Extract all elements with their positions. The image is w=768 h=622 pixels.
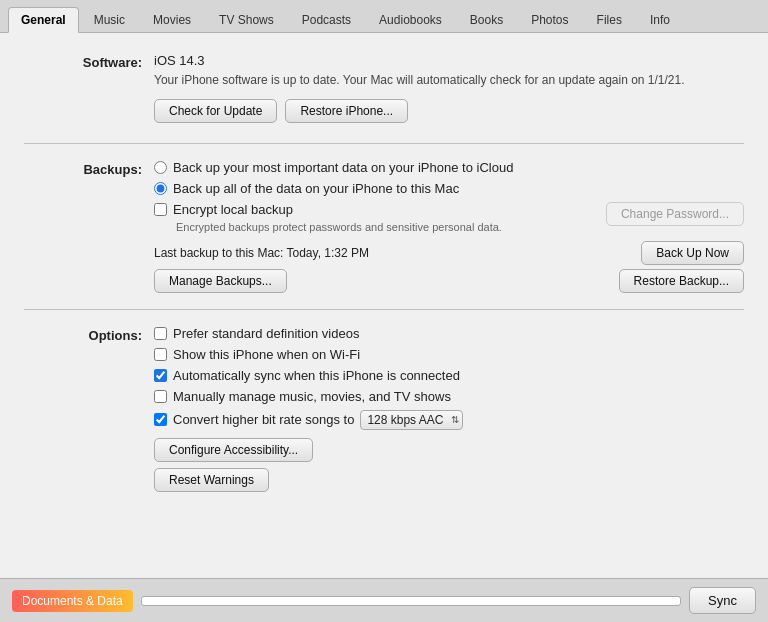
software-version: iOS 14.3 bbox=[154, 53, 744, 68]
reset-warnings-button[interactable]: Reset Warnings bbox=[154, 468, 269, 492]
manually-manage-row: Manually manage music, movies, and TV sh… bbox=[154, 389, 744, 404]
backup-lower-row: Manage Backups... Restore Backup... bbox=[154, 269, 744, 293]
software-label: Software: bbox=[24, 53, 154, 127]
restore-backup-button[interactable]: Restore Backup... bbox=[619, 269, 744, 293]
documents-badge: Documents & Data bbox=[12, 590, 133, 612]
options-section: Options: Prefer standard definition vide… bbox=[24, 326, 744, 492]
tab-books[interactable]: Books bbox=[457, 7, 516, 33]
convert-higher-checkbox[interactable] bbox=[154, 413, 167, 426]
change-password-button[interactable]: Change Password... bbox=[606, 202, 744, 226]
manage-backups-button[interactable]: Manage Backups... bbox=[154, 269, 287, 293]
tab-tv-shows[interactable]: TV Shows bbox=[206, 7, 287, 33]
options-content: Prefer standard definition videos Show t… bbox=[154, 326, 744, 492]
options-buttons: Configure Accessibility... Reset Warning… bbox=[154, 438, 744, 492]
back-up-now-button[interactable]: Back Up Now bbox=[641, 241, 744, 265]
prefer-standard-label: Prefer standard definition videos bbox=[173, 326, 359, 341]
bitrate-select-wrapper: 128 kbps AAC 192 kbps AAC 256 kbps AAC 3… bbox=[360, 410, 463, 430]
check-update-button[interactable]: Check for Update bbox=[154, 99, 277, 123]
encrypt-checkbox[interactable] bbox=[154, 203, 167, 216]
software-section: Software: iOS 14.3 Your iPhone software … bbox=[24, 53, 744, 127]
encrypt-label: Encrypt local backup bbox=[173, 202, 293, 217]
auto-sync-checkbox[interactable] bbox=[154, 369, 167, 382]
software-description: Your iPhone software is up to date. Your… bbox=[154, 72, 744, 89]
main-content: Software: iOS 14.3 Your iPhone software … bbox=[0, 33, 768, 578]
manually-manage-checkbox[interactable] bbox=[154, 390, 167, 403]
tab-bar: General Music Movies TV Shows Podcasts A… bbox=[0, 0, 768, 33]
tab-movies[interactable]: Movies bbox=[140, 7, 204, 33]
icloud-radio-row: Back up your most important data on your… bbox=[154, 160, 744, 175]
last-backup-info: Last backup to this Mac: Today, 1:32 PM bbox=[154, 246, 369, 260]
show-wifi-row: Show this iPhone when on Wi-Fi bbox=[154, 347, 744, 362]
software-content: iOS 14.3 Your iPhone software is up to d… bbox=[154, 53, 744, 127]
options-label: Options: bbox=[24, 326, 154, 492]
tab-music[interactable]: Music bbox=[81, 7, 138, 33]
prefer-standard-checkbox[interactable] bbox=[154, 327, 167, 340]
last-backup-label: Last backup to this Mac: bbox=[154, 246, 287, 260]
software-buttons: Check for Update Restore iPhone... bbox=[154, 99, 744, 123]
mac-radio-row: Back up all of the data on your iPhone t… bbox=[154, 181, 744, 196]
encrypt-description: Encrypted backups protect passwords and … bbox=[176, 221, 586, 233]
backups-label: Backups: bbox=[24, 160, 154, 293]
mac-radio[interactable] bbox=[154, 182, 167, 195]
sync-button[interactable]: Sync bbox=[689, 587, 756, 614]
encrypt-checkbox-row: Encrypt local backup bbox=[154, 202, 586, 217]
icloud-label: Back up your most important data on your… bbox=[173, 160, 513, 175]
bottom-bar: Documents & Data Sync bbox=[0, 578, 768, 622]
progress-bar bbox=[141, 596, 681, 606]
backup-manage-row: Last backup to this Mac: Today, 1:32 PM … bbox=[154, 241, 744, 265]
icloud-radio[interactable] bbox=[154, 161, 167, 174]
prefer-standard-row: Prefer standard definition videos bbox=[154, 326, 744, 341]
auto-sync-label: Automatically sync when this iPhone is c… bbox=[173, 368, 460, 383]
tab-general[interactable]: General bbox=[8, 7, 79, 33]
encrypt-area: Encrypt local backup Encrypted backups p… bbox=[154, 202, 744, 241]
convert-higher-label: Convert higher bit rate songs to bbox=[173, 412, 354, 427]
last-backup-value: Today, 1:32 PM bbox=[287, 246, 370, 260]
encrypt-left: Encrypt local backup Encrypted backups p… bbox=[154, 202, 586, 241]
manually-manage-label: Manually manage music, movies, and TV sh… bbox=[173, 389, 451, 404]
divider-1 bbox=[24, 143, 744, 144]
tab-audiobooks[interactable]: Audiobooks bbox=[366, 7, 455, 33]
divider-2 bbox=[24, 309, 744, 310]
backups-content: Back up your most important data on your… bbox=[154, 160, 744, 293]
backups-section: Backups: Back up your most important dat… bbox=[24, 160, 744, 293]
bitrate-row: Convert higher bit rate songs to 128 kbp… bbox=[154, 410, 744, 430]
tab-info[interactable]: Info bbox=[637, 7, 683, 33]
restore-iphone-button[interactable]: Restore iPhone... bbox=[285, 99, 408, 123]
show-wifi-checkbox[interactable] bbox=[154, 348, 167, 361]
configure-accessibility-button[interactable]: Configure Accessibility... bbox=[154, 438, 313, 462]
auto-sync-row: Automatically sync when this iPhone is c… bbox=[154, 368, 744, 383]
change-password-area: Change Password... bbox=[606, 202, 744, 226]
mac-backup-label: Back up all of the data on your iPhone t… bbox=[173, 181, 459, 196]
tab-photos[interactable]: Photos bbox=[518, 7, 581, 33]
tab-podcasts[interactable]: Podcasts bbox=[289, 7, 364, 33]
bitrate-select[interactable]: 128 kbps AAC 192 kbps AAC 256 kbps AAC 3… bbox=[360, 410, 463, 430]
show-wifi-label: Show this iPhone when on Wi-Fi bbox=[173, 347, 360, 362]
encrypt-row: Encrypt local backup Encrypted backups p… bbox=[154, 202, 744, 241]
tab-files[interactable]: Files bbox=[584, 7, 635, 33]
